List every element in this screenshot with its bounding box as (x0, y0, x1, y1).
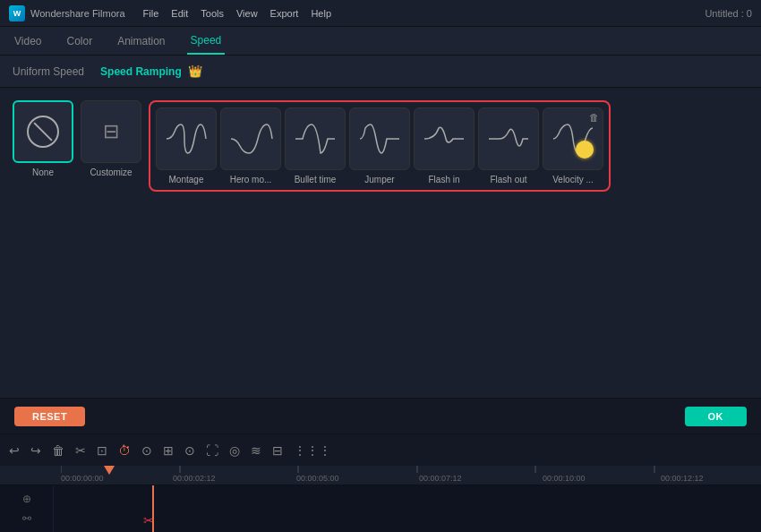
preset-jumper-card[interactable] (349, 107, 410, 170)
speed-subtab-bar: Uniform Speed Speed Ramping 👑 (0, 56, 761, 88)
preset-customize-label: Customize (90, 167, 132, 177)
hero-wave (227, 121, 274, 157)
tab-video[interactable]: Video (11, 27, 45, 55)
layout-icon[interactable]: ⊞ (163, 443, 174, 458)
subtab-uniform-speed[interactable]: Uniform Speed (13, 65, 84, 78)
audio-icon[interactable]: ≋ (251, 443, 261, 458)
preset-flash-out-card[interactable] (478, 107, 539, 170)
preset-bullet-time[interactable]: Bullet time (285, 107, 346, 184)
redo-icon[interactable]: ↪ (30, 443, 41, 458)
preset-hero-moment[interactable]: Hero mo... (220, 107, 281, 184)
crop-icon[interactable]: ⊡ (97, 443, 107, 458)
menu-bar: File Edit Tools View Export Help (143, 8, 331, 19)
subtab-speed-ramping[interactable]: Speed Ramping 👑 (100, 64, 202, 78)
flash-out-wave (485, 121, 532, 157)
presets-row: None ⊟ Customize Montage (13, 100, 748, 192)
timeline-track: ⊕ ⚯ ✂ (0, 485, 761, 532)
reset-button[interactable]: RESET (14, 407, 85, 426)
record-icon[interactable]: ⊙ (141, 443, 152, 458)
tab-speed[interactable]: Speed (187, 27, 226, 55)
track-content: ✂ (54, 485, 761, 532)
titlebar: W Wondershare Filmora File Edit Tools Vi… (0, 0, 761, 27)
preset-velocity[interactable]: 🗑 Velocity ... (543, 107, 603, 184)
ruler-ticks (61, 466, 754, 485)
preset-none[interactable]: None (13, 100, 73, 177)
equalizer-icon[interactable]: ⊟ (272, 443, 283, 458)
preset-jumper[interactable]: Jumper (349, 107, 410, 184)
delete-clip-icon[interactable]: 🗑 (52, 443, 64, 458)
preset-group: Montage Hero mo... Bullet time (149, 100, 611, 192)
customize-icon: ⊟ (103, 120, 119, 143)
menu-tools[interactable]: Tools (201, 8, 224, 19)
app-logo: W Wondershare Filmora (9, 5, 125, 21)
timeline-toolbar: ↩ ↪ 🗑 ✂ ⊡ ⏱ ⊙ ⊞ ⊙ ⛶ ◎ ≋ ⊟ ⋮⋮⋮ (0, 433, 761, 466)
preset-hero-card[interactable] (220, 107, 281, 170)
preset-montage-card[interactable] (156, 107, 217, 170)
preset-montage-label: Montage (169, 175, 204, 184)
app-name: Wondershare Filmora (30, 8, 125, 19)
track-icons: ⊕ ⚯ (0, 485, 54, 532)
preset-jumper-label: Jumper (364, 175, 394, 184)
preset-flash-in[interactable]: Flash in (414, 107, 475, 184)
timeline-area: 00:00:00:00 00:00:02:12 00:00:05:00 00:0… (0, 466, 761, 532)
timeline-ruler: 00:00:00:00 00:00:02:12 00:00:05:00 00:0… (0, 466, 761, 485)
color-wheel-icon[interactable]: ◎ (229, 443, 240, 458)
menu-export[interactable]: Export (270, 8, 299, 19)
flash-in-wave (421, 121, 467, 157)
preset-customize[interactable]: ⊟ Customize (81, 100, 141, 177)
preset-hero-label: Hero mo... (230, 175, 272, 184)
preset-none-label: None (32, 167, 54, 177)
timer-icon[interactable]: ⏱ (118, 443, 131, 458)
window-title: Untitled : 0 (705, 8, 752, 19)
playhead-line (152, 485, 154, 532)
ok-button[interactable]: OK (685, 407, 748, 426)
preset-bullet-label: Bullet time (295, 175, 337, 184)
preset-none-card[interactable] (13, 100, 73, 163)
preset-flash-in-card[interactable] (414, 107, 475, 170)
delete-icon[interactable]: 🗑 (589, 112, 599, 123)
main-tabbar: Video Color Animation Speed (0, 27, 761, 56)
menu-help[interactable]: Help (311, 8, 331, 19)
menu-file[interactable]: File (143, 8, 159, 19)
tab-color[interactable]: Color (63, 27, 96, 55)
undo-icon[interactable]: ↩ (9, 443, 20, 458)
preset-flash-out-label: Flash out (490, 175, 526, 184)
crown-icon: 👑 (188, 64, 202, 78)
yellow-cursor (576, 141, 594, 159)
logo-icon: W (9, 5, 25, 21)
none-icon (27, 116, 59, 148)
main-content: None ⊟ Customize Montage (0, 88, 761, 401)
tab-animation[interactable]: Animation (114, 27, 168, 55)
jumper-wave (356, 121, 403, 157)
preset-velocity-label: Velocity ... (552, 175, 594, 184)
bullet-wave (292, 121, 338, 157)
fullscreen-icon[interactable]: ⛶ (206, 443, 218, 458)
track-add-icon[interactable]: ⊕ (22, 493, 31, 505)
menu-view[interactable]: View (236, 8, 258, 19)
cut-icon[interactable]: ✂ (75, 443, 86, 458)
waveform-icon[interactable]: ⋮⋮⋮ (294, 443, 331, 458)
preset-bullet-card[interactable] (285, 107, 346, 170)
action-bar: RESET OK (0, 398, 761, 433)
preset-montage[interactable]: Montage (156, 107, 217, 184)
preset-customize-card[interactable]: ⊟ (81, 100, 141, 163)
preset-flash-in-label: Flash in (428, 175, 459, 184)
playhead-ruler-triangle (104, 466, 115, 475)
preset-flash-out[interactable]: Flash out (478, 107, 539, 184)
track-link-icon[interactable]: ⚯ (22, 512, 31, 525)
zoom-icon[interactable]: ⊙ (184, 443, 195, 458)
montage-wave (163, 121, 209, 157)
menu-edit[interactable]: Edit (171, 8, 188, 19)
preset-velocity-card[interactable]: 🗑 (543, 107, 603, 170)
